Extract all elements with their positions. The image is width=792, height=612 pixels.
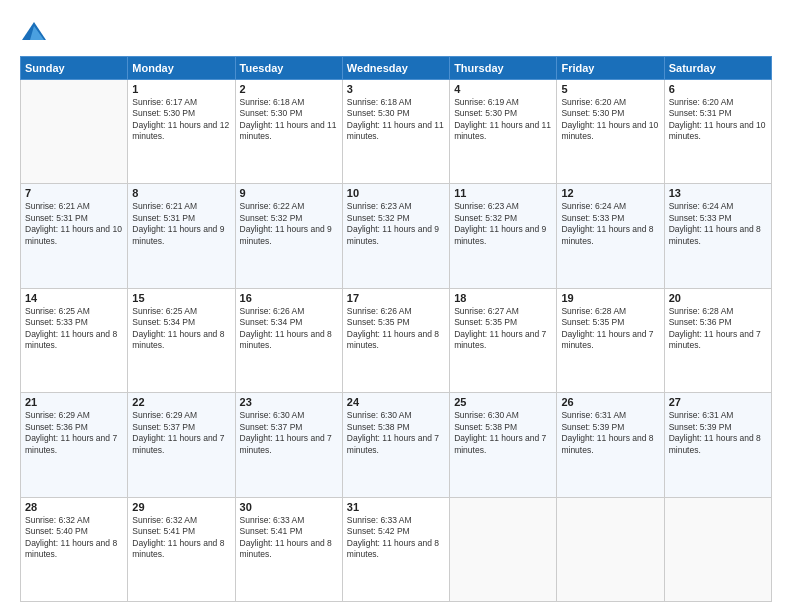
page: SundayMondayTuesdayWednesdayThursdayFrid… [0, 0, 792, 612]
calendar-day-header: Sunday [21, 57, 128, 80]
calendar-header-row: SundayMondayTuesdayWednesdayThursdayFrid… [21, 57, 772, 80]
calendar-day-header: Thursday [450, 57, 557, 80]
day-number: 31 [347, 501, 445, 513]
calendar-cell: 14Sunrise: 6:25 AM Sunset: 5:33 PM Dayli… [21, 288, 128, 392]
calendar-cell: 18Sunrise: 6:27 AM Sunset: 5:35 PM Dayli… [450, 288, 557, 392]
day-number: 30 [240, 501, 338, 513]
day-number: 1 [132, 83, 230, 95]
day-info: Sunrise: 6:32 AM Sunset: 5:40 PM Dayligh… [25, 515, 123, 561]
day-info: Sunrise: 6:33 AM Sunset: 5:42 PM Dayligh… [347, 515, 445, 561]
day-number: 6 [669, 83, 767, 95]
calendar-cell: 19Sunrise: 6:28 AM Sunset: 5:35 PM Dayli… [557, 288, 664, 392]
day-info: Sunrise: 6:25 AM Sunset: 5:34 PM Dayligh… [132, 306, 230, 352]
day-number: 25 [454, 396, 552, 408]
calendar-cell: 15Sunrise: 6:25 AM Sunset: 5:34 PM Dayli… [128, 288, 235, 392]
calendar-table: SundayMondayTuesdayWednesdayThursdayFrid… [20, 56, 772, 602]
header [20, 18, 772, 46]
calendar-week-row: 28Sunrise: 6:32 AM Sunset: 5:40 PM Dayli… [21, 497, 772, 601]
calendar-cell [557, 497, 664, 601]
day-info: Sunrise: 6:26 AM Sunset: 5:35 PM Dayligh… [347, 306, 445, 352]
calendar-cell [664, 497, 771, 601]
logo [20, 18, 52, 46]
day-number: 16 [240, 292, 338, 304]
day-number: 29 [132, 501, 230, 513]
day-info: Sunrise: 6:18 AM Sunset: 5:30 PM Dayligh… [347, 97, 445, 143]
day-number: 5 [561, 83, 659, 95]
calendar-day-header: Saturday [664, 57, 771, 80]
calendar-cell: 30Sunrise: 6:33 AM Sunset: 5:41 PM Dayli… [235, 497, 342, 601]
day-number: 2 [240, 83, 338, 95]
calendar-cell: 6Sunrise: 6:20 AM Sunset: 5:31 PM Daylig… [664, 80, 771, 184]
calendar-cell: 11Sunrise: 6:23 AM Sunset: 5:32 PM Dayli… [450, 184, 557, 288]
day-info: Sunrise: 6:31 AM Sunset: 5:39 PM Dayligh… [561, 410, 659, 456]
day-number: 24 [347, 396, 445, 408]
day-info: Sunrise: 6:31 AM Sunset: 5:39 PM Dayligh… [669, 410, 767, 456]
logo-icon [20, 18, 48, 46]
day-info: Sunrise: 6:29 AM Sunset: 5:37 PM Dayligh… [132, 410, 230, 456]
calendar-cell: 28Sunrise: 6:32 AM Sunset: 5:40 PM Dayli… [21, 497, 128, 601]
day-number: 20 [669, 292, 767, 304]
day-info: Sunrise: 6:20 AM Sunset: 5:31 PM Dayligh… [669, 97, 767, 143]
day-info: Sunrise: 6:33 AM Sunset: 5:41 PM Dayligh… [240, 515, 338, 561]
day-number: 3 [347, 83, 445, 95]
calendar-day-header: Tuesday [235, 57, 342, 80]
calendar-day-header: Friday [557, 57, 664, 80]
day-number: 10 [347, 187, 445, 199]
day-info: Sunrise: 6:19 AM Sunset: 5:30 PM Dayligh… [454, 97, 552, 143]
calendar-day-header: Wednesday [342, 57, 449, 80]
calendar-cell: 3Sunrise: 6:18 AM Sunset: 5:30 PM Daylig… [342, 80, 449, 184]
day-info: Sunrise: 6:32 AM Sunset: 5:41 PM Dayligh… [132, 515, 230, 561]
calendar-week-row: 21Sunrise: 6:29 AM Sunset: 5:36 PM Dayli… [21, 393, 772, 497]
calendar-cell: 12Sunrise: 6:24 AM Sunset: 5:33 PM Dayli… [557, 184, 664, 288]
day-info: Sunrise: 6:21 AM Sunset: 5:31 PM Dayligh… [25, 201, 123, 247]
day-number: 15 [132, 292, 230, 304]
day-number: 26 [561, 396, 659, 408]
calendar-cell: 22Sunrise: 6:29 AM Sunset: 5:37 PM Dayli… [128, 393, 235, 497]
day-number: 28 [25, 501, 123, 513]
day-info: Sunrise: 6:22 AM Sunset: 5:32 PM Dayligh… [240, 201, 338, 247]
day-info: Sunrise: 6:23 AM Sunset: 5:32 PM Dayligh… [454, 201, 552, 247]
day-number: 9 [240, 187, 338, 199]
calendar-cell: 16Sunrise: 6:26 AM Sunset: 5:34 PM Dayli… [235, 288, 342, 392]
day-info: Sunrise: 6:27 AM Sunset: 5:35 PM Dayligh… [454, 306, 552, 352]
calendar-cell: 21Sunrise: 6:29 AM Sunset: 5:36 PM Dayli… [21, 393, 128, 497]
day-number: 4 [454, 83, 552, 95]
calendar-cell: 20Sunrise: 6:28 AM Sunset: 5:36 PM Dayli… [664, 288, 771, 392]
day-info: Sunrise: 6:20 AM Sunset: 5:30 PM Dayligh… [561, 97, 659, 143]
calendar-cell: 24Sunrise: 6:30 AM Sunset: 5:38 PM Dayli… [342, 393, 449, 497]
day-info: Sunrise: 6:30 AM Sunset: 5:38 PM Dayligh… [454, 410, 552, 456]
calendar-week-row: 14Sunrise: 6:25 AM Sunset: 5:33 PM Dayli… [21, 288, 772, 392]
day-info: Sunrise: 6:24 AM Sunset: 5:33 PM Dayligh… [561, 201, 659, 247]
day-number: 13 [669, 187, 767, 199]
day-number: 14 [25, 292, 123, 304]
day-number: 22 [132, 396, 230, 408]
calendar-cell: 27Sunrise: 6:31 AM Sunset: 5:39 PM Dayli… [664, 393, 771, 497]
day-info: Sunrise: 6:17 AM Sunset: 5:30 PM Dayligh… [132, 97, 230, 143]
calendar-cell: 17Sunrise: 6:26 AM Sunset: 5:35 PM Dayli… [342, 288, 449, 392]
calendar-cell: 8Sunrise: 6:21 AM Sunset: 5:31 PM Daylig… [128, 184, 235, 288]
day-number: 19 [561, 292, 659, 304]
day-number: 21 [25, 396, 123, 408]
calendar-cell: 2Sunrise: 6:18 AM Sunset: 5:30 PM Daylig… [235, 80, 342, 184]
day-number: 17 [347, 292, 445, 304]
day-info: Sunrise: 6:30 AM Sunset: 5:37 PM Dayligh… [240, 410, 338, 456]
calendar-cell: 7Sunrise: 6:21 AM Sunset: 5:31 PM Daylig… [21, 184, 128, 288]
calendar-week-row: 7Sunrise: 6:21 AM Sunset: 5:31 PM Daylig… [21, 184, 772, 288]
day-number: 7 [25, 187, 123, 199]
day-number: 23 [240, 396, 338, 408]
day-number: 11 [454, 187, 552, 199]
calendar-week-row: 1Sunrise: 6:17 AM Sunset: 5:30 PM Daylig… [21, 80, 772, 184]
day-number: 18 [454, 292, 552, 304]
calendar-day-header: Monday [128, 57, 235, 80]
day-info: Sunrise: 6:28 AM Sunset: 5:35 PM Dayligh… [561, 306, 659, 352]
day-number: 8 [132, 187, 230, 199]
day-info: Sunrise: 6:21 AM Sunset: 5:31 PM Dayligh… [132, 201, 230, 247]
calendar-cell: 13Sunrise: 6:24 AM Sunset: 5:33 PM Dayli… [664, 184, 771, 288]
day-info: Sunrise: 6:29 AM Sunset: 5:36 PM Dayligh… [25, 410, 123, 456]
calendar-cell: 26Sunrise: 6:31 AM Sunset: 5:39 PM Dayli… [557, 393, 664, 497]
day-info: Sunrise: 6:18 AM Sunset: 5:30 PM Dayligh… [240, 97, 338, 143]
calendar-cell: 5Sunrise: 6:20 AM Sunset: 5:30 PM Daylig… [557, 80, 664, 184]
day-info: Sunrise: 6:28 AM Sunset: 5:36 PM Dayligh… [669, 306, 767, 352]
calendar-cell: 4Sunrise: 6:19 AM Sunset: 5:30 PM Daylig… [450, 80, 557, 184]
calendar-cell: 31Sunrise: 6:33 AM Sunset: 5:42 PM Dayli… [342, 497, 449, 601]
